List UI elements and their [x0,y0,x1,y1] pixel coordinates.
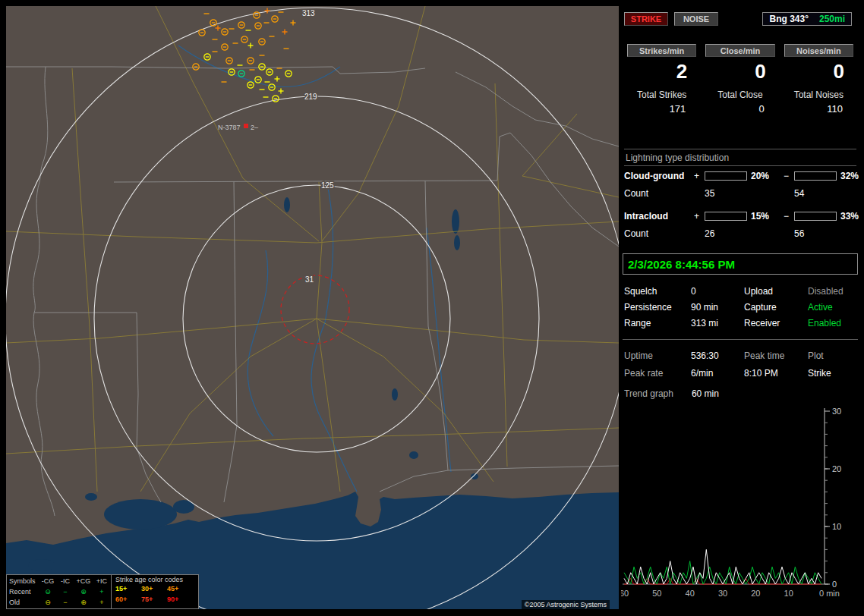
plot-label: Plot [808,347,858,365]
stats-row: Strikes/min 2 Total Strikes 171 Close/mi… [623,44,858,115]
legend-old-label: Old [9,599,38,606]
lake [28,559,55,571]
legend-col-+ic: +IC [94,577,109,585]
map-legend: Symbols -CG -IC +CG +IC Recent ⊖ − ⊕ + O… [6,574,199,609]
plus-sign: + [694,211,705,222]
ic-plus-count: 26 [705,228,749,239]
noises-per-min-button[interactable]: Noises/min [784,44,853,57]
station-icon [244,124,248,128]
ic-minus-bar [794,212,837,221]
cg-minus-bar [794,171,837,181]
trend-window-value: 60 min [692,388,719,399]
cg-minus-pct: 32% [838,171,859,181]
lake [454,235,460,250]
recent-ic-minus-icon: − [58,588,73,596]
svg-text:0: 0 [832,580,837,589]
upload-value: Disabled [808,284,858,300]
cg-plus-pct: 20% [749,171,784,181]
bearing-indicator: Bng 343° 250mi [762,12,852,26]
upload-label: Upload [744,284,808,300]
old-ic-plus-icon: + [94,599,109,606]
total-noises-value: 110 [784,103,853,115]
ring-label-313: 313 [302,9,315,17]
peak-rate-label: Peak rate [624,365,691,382]
persistence-value: 90 min [691,300,744,316]
age-code-90+: 90+ [167,596,193,603]
legend-symbols: Symbols -CG -IC +CG +IC Recent ⊖ − ⊕ + O… [7,575,111,608]
intracloud-count-row: Count 26 56 [624,225,856,242]
svg-text:10: 10 [832,522,841,531]
trend-graph-label: Trend graph [624,388,673,399]
lake [409,451,418,459]
lake [104,499,177,530]
old-cg-plus-icon: ⊕ [73,599,94,606]
cg-minus-count: 54 [794,188,838,199]
side-panel: STRIKE NOISE Bng 343° 250mi Strikes/min … [621,0,864,616]
cloud-ground-row: Cloud-ground + 20% − 32% [624,166,856,185]
cg-plus-bar [705,171,747,181]
lightning-distribution: Lightning type distribution Cloud-ground… [624,149,856,242]
receiver-value: Enabled [808,316,858,332]
lake [85,493,97,501]
plus-sign: + [694,171,705,181]
close-per-min-value: 0 [705,60,774,83]
age-code-45+: 45+ [167,585,193,592]
noises-per-min-value: 0 [784,60,853,83]
strike-button[interactable]: STRIKE [624,12,668,26]
old-ic-minus-icon: − [58,599,73,606]
total-strikes-value: 171 [627,103,696,115]
persistence-label: Persistence [624,300,691,316]
station-name: N-3787 [218,124,241,131]
uptime-value: 536:30 [691,347,744,365]
legend-col--cg: -CG [38,577,58,585]
lake [452,209,459,234]
strikes-per-min-button[interactable]: Strikes/min [627,44,696,57]
intracloud-label: Intracloud [624,211,694,222]
datetime-value: 2/3/2026 8:44:56 PM [628,258,735,271]
bearing-value: Bng 343° [769,14,808,24]
recent-cg-minus-icon: ⊖ [38,588,58,596]
bearing-range-value: 250mi [819,14,845,24]
capture-value: Active [808,300,858,316]
peak-rate-value: 6/min [691,365,744,382]
old-cg-minus-icon: ⊖ [38,599,58,606]
recent-ic-plus-icon: + [94,588,109,596]
svg-text:30: 30 [832,407,841,416]
svg-text:0 min: 0 min [819,589,840,598]
range-label: Range [624,316,691,332]
strike-map[interactable]: 313 219 125 31 N-3787 2– [6,6,619,609]
legend-age-codes: Strike age color codes 15+30+45+ 60+75+9… [111,575,198,608]
legend-col--ic: -IC [58,577,73,585]
stat-col-close: Close/min 0 Total Close 0 [701,44,779,115]
legend-age-row-recent: 15+30+45+ [115,583,198,594]
svg-text:60: 60 [621,589,629,598]
capture-label: Capture [744,300,808,316]
svg-text:20: 20 [751,589,760,598]
age-code-75+: 75+ [141,596,167,603]
ic-count-label: Count [624,228,694,239]
close-per-min-button[interactable]: Close/min [705,44,774,57]
uptime-label: Uptime [624,347,691,365]
recent-cg-plus-icon: ⊕ [73,588,94,596]
receiver-label: Receiver [744,316,808,332]
total-close-value: 0 [705,103,774,115]
datetime-display: 2/3/2026 8:44:56 PM [623,253,858,275]
lake [392,388,398,401]
map-area[interactable]: 313 219 125 31 N-3787 2– Symbols -CG -IC… [6,6,619,609]
svg-text:20: 20 [832,464,841,473]
station-marker: N-3787 2– [218,124,258,131]
intracloud-row: Intracloud + 15% − 33% [624,206,856,225]
ic-minus-count: 56 [794,228,838,239]
plot-mode-value: Strike [808,365,858,382]
range-value: 313 mi [691,316,744,332]
ic-plus-bar [705,212,747,221]
cg-count-label: Count [624,188,694,199]
noise-button[interactable]: NOISE [674,12,718,26]
lake [284,197,290,212]
stat-col-strikes: Strikes/min 2 Total Strikes 171 [623,44,701,115]
squelch-label: Squelch [624,284,691,300]
divider [623,339,858,340]
strikes-per-min-value: 2 [627,60,696,83]
ring-label-125: 125 [321,181,334,190]
cg-plus-count: 35 [705,188,749,199]
